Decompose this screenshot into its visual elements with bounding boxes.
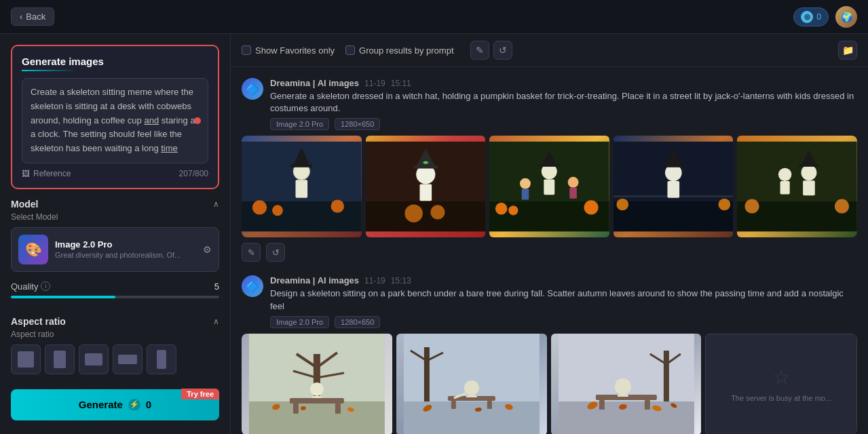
busy-text: The server is busy at the mo...	[731, 394, 831, 402]
toolbar-refresh-icon[interactable]: ↺	[493, 41, 512, 60]
feed-entry-1-date: 11-19	[364, 79, 385, 88]
feed-entry-2-model-tag: Image 2.0 Pro	[270, 316, 329, 328]
model-collapse-icon: ∧	[213, 199, 219, 209]
aspect-item-landscape[interactable]	[79, 344, 109, 374]
aspect-shape-tall	[157, 350, 166, 369]
feed-entry-2-img-2[interactable]	[396, 334, 547, 434]
char-count: 207/800	[179, 169, 208, 178]
svg-rect-8	[290, 165, 312, 167]
title-underline	[22, 70, 76, 71]
svg-rect-6	[295, 180, 307, 198]
scene-1b	[366, 136, 486, 237]
feed-entry-1-footer: ✎ ↺	[242, 243, 857, 262]
svg-point-26	[520, 178, 531, 189]
reference-icon: 🖼	[22, 169, 30, 178]
back-button[interactable]: ‹ Back	[11, 7, 54, 26]
quality-slider-fill	[11, 296, 115, 298]
feed-entry-1-img-4[interactable]	[614, 136, 734, 237]
quality-info-icon[interactable]: i	[41, 281, 50, 291]
feed-entry-1-time: 15:11	[391, 79, 411, 88]
favorites-checkbox-box	[242, 45, 251, 55]
svg-point-41	[745, 199, 759, 214]
credits-count: 0	[816, 12, 821, 22]
quality-slider[interactable]	[11, 296, 219, 298]
feed-entry-2-source: Dreamina | AI images	[270, 275, 359, 285]
svg-rect-25	[539, 165, 559, 167]
model-section-title: Model	[11, 199, 38, 210]
feed-entry-1-avatar: 🔷	[242, 78, 263, 100]
model-select-label: Select Model	[11, 212, 219, 222]
feed-entry-1-header: 🔷 Dreamina | AI images 11-19 15:11 Gener…	[242, 78, 857, 130]
feed-entry-2-meta: Dreamina | AI images 11-19 15:13 Design …	[270, 275, 857, 328]
feed-entry-1-source: Dreamina | AI images	[270, 78, 359, 88]
feed-entry-1-img-1[interactable]	[242, 136, 362, 237]
aspect-shape-wide	[118, 355, 137, 364]
record-dot	[194, 117, 201, 124]
feed-entry-1: 🔷 Dreamina | AI images 11-19 15:11 Gener…	[242, 78, 857, 262]
feed-entry-1-model-tag: Image 2.0 Pro	[270, 118, 329, 130]
reference-button[interactable]: 🖼 Reference	[22, 169, 71, 178]
aspect-item-wide[interactable]	[113, 344, 143, 374]
aspect-collapse-icon: ∧	[213, 317, 219, 326]
feed-entry-1-images	[242, 136, 857, 237]
feed-entry-2-prompt: Design a skeleton sitting on a park benc…	[270, 288, 857, 312]
feed-entry-1-meta: Dreamina | AI images 11-19 15:11 Generat…	[270, 78, 857, 130]
generate-btn-container: Try free Generate ⚡ 0	[11, 389, 219, 420]
aspect-grid	[11, 344, 219, 374]
feed-entry-2-title-row: Dreamina | AI images 11-19 15:13	[270, 275, 857, 285]
svg-rect-86	[644, 400, 649, 410]
prompt-text-display[interactable]: Create a skeleton sitting meme where the…	[22, 78, 208, 163]
avatar[interactable]: 🌍	[835, 6, 857, 28]
quality-value: 5	[214, 281, 219, 292]
feed-entry-2-img-1[interactable]	[242, 334, 392, 434]
aspect-item-tall[interactable]	[147, 344, 176, 374]
show-favorites-label: Show Favorites only	[255, 45, 335, 56]
feed-entry-1-img-2[interactable]	[366, 136, 486, 237]
entry-1-refresh-btn[interactable]: ↺	[266, 243, 285, 262]
entry-1-edit-btn[interactable]: ✎	[242, 243, 261, 262]
model-settings-icon[interactable]: ⚙	[203, 244, 212, 255]
underline-and: and	[144, 115, 159, 125]
model-section-header[interactable]: Model ∧	[11, 199, 219, 210]
svg-rect-29	[570, 188, 578, 199]
toolbar-edit-icon[interactable]: ✎	[470, 41, 489, 60]
model-card[interactable]: 🎨 Image 2.0 Pro Great diversity and phot…	[11, 227, 219, 272]
aspect-ratio-section: Aspect ratio ∧ Aspect ratio	[11, 316, 219, 374]
show-favorites-checkbox[interactable]: Show Favorites only	[242, 45, 335, 56]
reference-label: Reference	[33, 169, 71, 178]
svg-rect-44	[780, 181, 790, 194]
feed-entry-1-img-5[interactable]	[737, 136, 857, 237]
quality-label: Quality i	[11, 281, 50, 292]
credits-icon: ◎	[801, 11, 813, 23]
svg-rect-36	[667, 181, 679, 198]
svg-rect-48	[799, 165, 819, 167]
model-section: Model ∧ Select Model 🎨 Image 2.0 Pro Gre…	[11, 199, 219, 272]
svg-point-45	[801, 165, 817, 181]
generate-count: 0	[146, 399, 151, 410]
feed-entry-2-date: 11-19	[364, 276, 385, 285]
content-area: Show Favorites only Group results by pro…	[231, 34, 868, 434]
aspect-item-square[interactable]	[11, 344, 41, 374]
svg-rect-31	[614, 201, 734, 231]
svg-rect-10	[366, 201, 486, 231]
svg-rect-46	[804, 181, 816, 196]
feed-entry-1-prompt: Generate a skeleton dressed in a witch h…	[270, 90, 857, 115]
generate-count-badge: ⚡	[128, 399, 140, 411]
svg-point-19	[495, 203, 508, 215]
feed-entry-2-time: 15:13	[391, 276, 411, 285]
quality-row: Quality i 5	[11, 281, 219, 292]
aspect-item-portrait[interactable]	[45, 344, 75, 374]
group-by-prompt-checkbox[interactable]: Group results by prompt	[345, 45, 453, 56]
generate-label: Generate	[79, 399, 123, 410]
credits-badge[interactable]: ◎ 0	[793, 7, 829, 26]
feed-entry-2-size-tag: 1280×650	[335, 316, 380, 328]
aspect-section-header[interactable]: Aspect ratio ∧	[11, 316, 219, 327]
scene-1a	[242, 136, 362, 237]
scene-2a	[242, 334, 392, 434]
svg-point-43	[778, 168, 791, 181]
feed-entry-2-img-3[interactable]	[551, 334, 702, 434]
svg-point-28	[568, 177, 579, 188]
svg-rect-57	[293, 403, 299, 414]
feed-entry-1-img-3[interactable]	[489, 136, 609, 237]
folder-button[interactable]: 📁	[838, 41, 857, 60]
